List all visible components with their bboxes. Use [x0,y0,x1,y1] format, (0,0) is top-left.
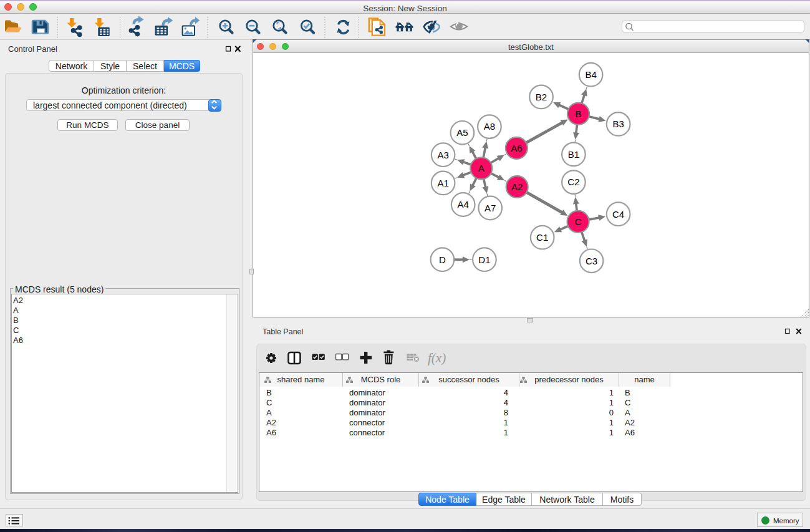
svg-text:C3: C3 [586,256,597,266]
svg-text:A8: A8 [484,121,495,132]
svg-text:B: B [575,109,581,119]
svg-text:C2: C2 [567,177,579,187]
svg-text:D1: D1 [478,254,490,265]
svg-text:A5: A5 [456,127,468,138]
svg-text:C1: C1 [536,232,548,243]
svg-text:A7: A7 [485,203,496,213]
svg-text:C4: C4 [612,209,624,220]
svg-text:B4: B4 [585,69,596,80]
svg-text:D: D [439,254,446,265]
svg-text:A1: A1 [437,178,448,188]
svg-text:B3: B3 [612,118,624,129]
svg-text:A4: A4 [458,199,469,210]
svg-text:B1: B1 [568,149,579,160]
svg-text:B2: B2 [536,92,547,102]
svg-text:C: C [575,216,582,227]
svg-text:A2: A2 [511,181,523,192]
svg-text:f(x): f(x) [428,351,446,365]
svg-text:A3: A3 [437,150,448,160]
svg-text:A6: A6 [511,143,522,153]
svg-text:A: A [478,163,485,173]
